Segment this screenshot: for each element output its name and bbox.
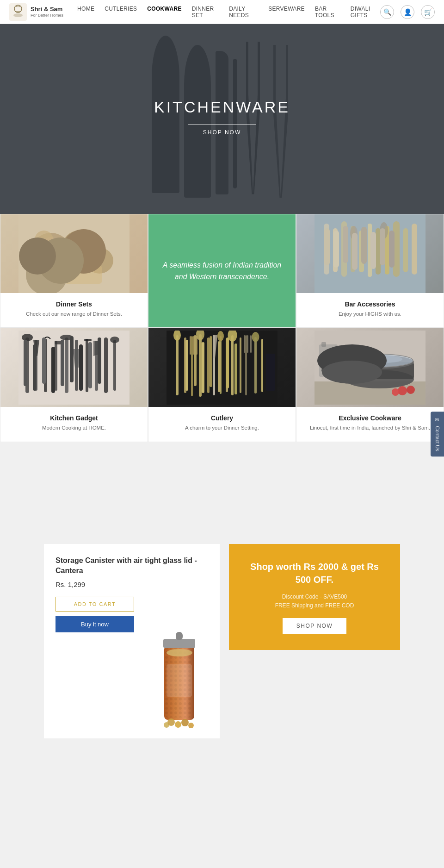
bar-accessories-desc: Enjoy your HIGHS with us. (304, 310, 436, 318)
svg-rect-43 (113, 340, 116, 391)
svg-point-3 (13, 13, 23, 17)
svg-rect-17 (333, 228, 338, 272)
category-card-cookware[interactable]: Exclusive Cookware Linocut, first time i… (296, 328, 444, 442)
svg-rect-64 (244, 335, 245, 353)
dinner-sets-desc: Check out our new range of Dinner Sets. (8, 310, 140, 318)
brand-name: Shri & Sam (31, 6, 63, 13)
svg-rect-34 (55, 341, 57, 391)
svg-point-94 (164, 722, 169, 728)
hero-banner: KITCHENWARE SHOP NOW (0, 24, 444, 214)
bar-acc-svg (314, 214, 426, 293)
svg-point-89 (166, 649, 192, 656)
account-button[interactable]: 👤 (401, 5, 414, 19)
svg-rect-59 (226, 339, 228, 392)
svg-rect-36 (65, 337, 68, 393)
category-card-dinner-sets[interactable]: Dinner Sets Check out our new range of D… (0, 214, 148, 328)
brand-tagline: For Better Homes (31, 13, 63, 18)
svg-point-82 (392, 388, 399, 396)
svg-rect-14 (65, 265, 102, 284)
svg-point-31 (22, 334, 33, 341)
svg-point-80 (398, 386, 407, 395)
add-to-cart-button[interactable]: ADD TO CART (56, 597, 134, 612)
svg-rect-87 (176, 632, 183, 640)
svg-point-92 (181, 719, 189, 726)
hero-shop-now-button[interactable]: SHOP NOW (188, 125, 256, 140)
svg-rect-20 (359, 231, 364, 272)
svg-point-12 (53, 253, 58, 259)
svg-rect-65 (247, 335, 248, 353)
contact-sidebar[interactable]: ✉ Contact Us (431, 412, 444, 456)
svg-rect-52 (196, 336, 197, 355)
svg-point-11 (46, 247, 54, 254)
cart-icon: 🛒 (424, 8, 432, 16)
category-card-kitchen-gadget[interactable]: Kitchen Gadget Modern Cooking at HOME. (0, 328, 148, 442)
search-button[interactable]: 🔍 (380, 5, 394, 19)
svg-rect-40 (84, 339, 92, 341)
buy-now-button[interactable]: Buy it now (56, 616, 134, 632)
nav-cookware[interactable]: COOKWARE (147, 6, 181, 19)
cutlery-image (148, 328, 296, 407)
account-icon: 👤 (404, 8, 412, 16)
svg-rect-50 (190, 336, 191, 355)
svg-rect-62 (240, 337, 241, 393)
svg-rect-48 (184, 337, 186, 393)
product-card: Storage Canister with air tight glass li… (44, 544, 220, 738)
cookware-image (296, 328, 444, 407)
spacer-2 (0, 451, 444, 521)
kitchen-gadget-desc: Modern Cooking at HOME. (8, 424, 140, 432)
nav-serveware[interactable]: SERVEWARE (268, 6, 305, 19)
nav-diwali-gifts[interactable]: DIWALI GIFTS (351, 6, 380, 19)
nav-daily-needs[interactable]: DAILY NEEDS (229, 6, 258, 19)
svg-point-81 (407, 386, 415, 394)
logo[interactable]: Shri & Sam For Better Homes (9, 3, 63, 21)
svg-rect-51 (193, 336, 194, 355)
nav-cutleries[interactable]: CUTLERIES (105, 6, 137, 19)
category-grid: Dinner Sets Check out our new range of D… (0, 214, 444, 442)
offer-shop-now-button[interactable]: SHOP NOW (283, 618, 346, 634)
spacer-1 (0, 442, 444, 451)
svg-rect-42 (104, 337, 108, 393)
cookware-desc: Linocut, first time in India, launched b… (304, 424, 436, 432)
nav-bar-tools[interactable]: BAR TOOLS (315, 6, 340, 19)
svg-rect-46 (176, 335, 179, 395)
kitchen-svg (18, 331, 130, 405)
svg-rect-24 (393, 221, 400, 277)
category-card-bar-accessories[interactable]: Bar Accessories Enjoy your HIGHS with us… (296, 214, 444, 328)
kitchen-gadget-info: Kitchen Gadget Modern Cooking at HOME. (0, 407, 148, 441)
svg-rect-66 (250, 335, 252, 353)
svg-point-10 (35, 231, 53, 249)
hero-content: KITCHENWARE SHOP NOW (154, 98, 290, 140)
offer-card: Shop worth Rs 2000 & get Rs 500 OFF. Dis… (229, 544, 400, 650)
svg-rect-22 (376, 228, 381, 275)
svg-point-8 (67, 235, 90, 258)
cutlery-info: Cutlery A charm to your Dinner Setting. (148, 407, 296, 441)
svg-rect-79 (321, 368, 347, 373)
fusion-card: A seamless fusion of Indian tradition an… (148, 214, 296, 328)
svg-point-28 (380, 222, 388, 239)
svg-rect-53 (199, 334, 202, 397)
svg-rect-45 (166, 331, 278, 405)
cookware-info: Exclusive Cookware Linocut, first time i… (296, 407, 444, 441)
product-image (141, 618, 215, 734)
dinner-sets-info: Dinner Sets Check out our new range of D… (0, 293, 148, 327)
nav-home[interactable]: HOME (77, 6, 94, 19)
cutlery-title: Cutlery (156, 414, 288, 422)
svg-rect-83 (319, 344, 338, 377)
offer-shipping: FREE Shipping and FREE COD (275, 602, 354, 609)
category-card-cutlery[interactable]: Cutlery A charm to your Dinner Setting. (148, 328, 296, 442)
svg-rect-60 (231, 335, 234, 395)
svg-rect-25 (403, 228, 408, 272)
svg-rect-70 (266, 354, 275, 391)
bar-accessories-info: Bar Accessories Enjoy your HIGHS with us… (296, 293, 444, 327)
product-canister-svg (141, 618, 215, 734)
nav-dinner-set[interactable]: DINNER SET (192, 6, 219, 19)
svg-point-37 (60, 335, 73, 340)
svg-rect-57 (220, 336, 222, 394)
svg-rect-55 (207, 337, 210, 393)
offer-title: Shop worth Rs 2000 & get Rs 500 OFF. (243, 560, 386, 586)
svg-rect-33 (44, 339, 47, 392)
svg-rect-35 (55, 341, 64, 344)
cart-button[interactable]: 🛒 (421, 5, 435, 19)
svg-rect-69 (261, 339, 263, 392)
promo-section: Storage Canister with air tight glass li… (0, 525, 444, 757)
